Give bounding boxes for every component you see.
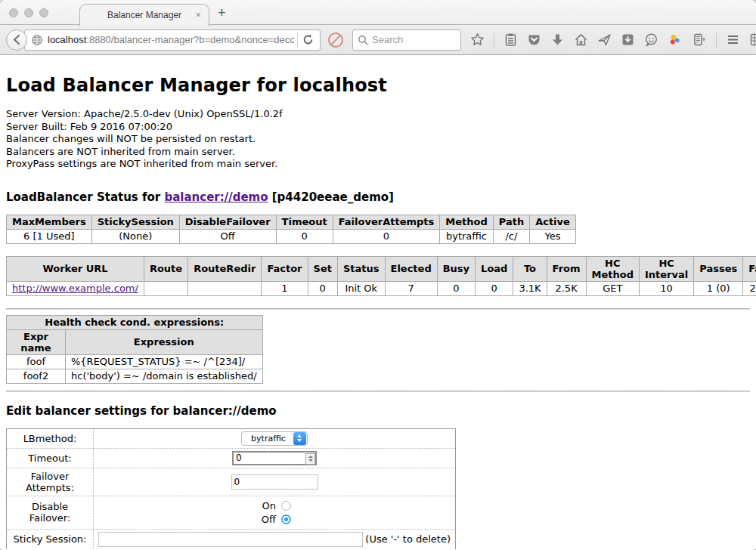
radio-off-checked[interactable] — [281, 514, 291, 524]
chevron-down-icon: ▼ — [701, 36, 707, 43]
cell-passes: 1 (0) — [694, 281, 743, 295]
radio-option-on[interactable]: On — [258, 500, 291, 511]
zoom-window-button[interactable] — [39, 8, 48, 17]
cell-factor: 1 — [262, 281, 308, 295]
section-divider — [6, 308, 750, 310]
col-to: To — [513, 256, 547, 281]
menu-hamburger-icon[interactable] — [726, 32, 740, 47]
col-fails: Fails — [743, 256, 756, 281]
col-factor: Factor — [262, 256, 308, 281]
url-domain: localhost — [48, 34, 86, 45]
reader-tools-group[interactable]: ▼ — [691, 32, 707, 47]
lbmethod-label: LBmethod: — [7, 429, 94, 448]
status-heading-suffix: [p4420eeae_demo] — [268, 190, 394, 204]
page-content: Load Balancer Manager for localhost Serv… — [0, 55, 756, 549]
cell-status: Init Ok — [337, 281, 385, 295]
downloads-icon[interactable] — [550, 32, 565, 47]
form-row-add-worker: Add New Worker: Are you sure? — [7, 549, 455, 550]
col-passes: Passes — [694, 256, 743, 281]
col-hc-interval: HC Interval — [639, 256, 693, 281]
sticky-session-label: Sticky Session: — [7, 529, 94, 549]
browser-window: Balancer Manager × + localhost:8880/bala… — [0, 0, 756, 550]
clipboard-icon[interactable] — [503, 32, 518, 47]
col-timeout: Timeout — [276, 215, 333, 229]
back-button[interactable] — [6, 29, 27, 51]
url-bar[interactable]: localhost:8880/balancer-manager?b=demo&n… — [24, 29, 321, 51]
form-row-sticky: Sticky Session: (Use '-' to delete) — [7, 529, 455, 549]
col-expression: Expression — [66, 329, 263, 354]
cell-fails: 2 (0) — [743, 281, 756, 295]
section-divider — [6, 391, 750, 392]
balancer-status-table: MaxMembers StickySession DisableFailover… — [6, 215, 576, 244]
col-active: Active — [530, 215, 576, 229]
cell-stickysession: (None) — [91, 229, 179, 243]
edit-balancer-form: LBmethod: bytraffic Timeout: — [6, 428, 456, 550]
traffic-lights — [9, 8, 48, 17]
health-check-table: Health check cond. expressions: Expr nam… — [6, 315, 263, 384]
toolbar-separator — [494, 32, 494, 48]
health-table-title: Health check cond. expressions: — [7, 315, 263, 329]
form-row-failover: Failover Attempts: — [7, 468, 455, 496]
server-built-line: Server Built: Feb 9 2016 07:00:20 — [6, 121, 750, 134]
search-input[interactable] — [372, 34, 456, 45]
balancers-notice-line: Balancers are NOT inherited from main se… — [6, 146, 750, 159]
globe-icon — [31, 34, 43, 46]
on-label: On — [258, 500, 276, 511]
colored-dots-icon[interactable] — [668, 32, 682, 47]
table-header-row: MaxMembers StickySession DisableFailover… — [7, 215, 576, 229]
server-info: Server Version: Apache/2.5.0-dev (Unix) … — [6, 108, 750, 171]
cell-expr-name: foof2 — [7, 369, 66, 383]
cell-set: 0 — [308, 281, 337, 295]
timeout-input[interactable] — [232, 451, 317, 465]
balancer-demo-link[interactable]: balancer://demo — [164, 190, 268, 204]
cell-load: 0 — [476, 281, 513, 295]
send-plane-icon[interactable] — [597, 32, 612, 47]
url-text[interactable]: localhost:8880/balancer-manager?b=demo&n… — [48, 34, 294, 45]
col-hc-method: HC Method — [586, 256, 639, 281]
close-window-button[interactable] — [9, 8, 18, 17]
tab-close-icon[interactable]: × — [195, 9, 201, 20]
home-icon[interactable] — [574, 32, 588, 47]
tab-balancer-manager[interactable]: Balancer Manager × — [79, 4, 209, 26]
chat-smiley-icon[interactable] — [644, 32, 658, 47]
timeout-stepper[interactable] — [232, 451, 317, 465]
cell-method: bytraffic — [440, 229, 493, 243]
form-row-timeout: Timeout: — [7, 448, 455, 468]
disable-failover-radios: On Off — [97, 499, 452, 527]
radio-on-unchecked[interactable] — [281, 501, 291, 511]
col-route: Route — [144, 256, 187, 281]
col-failoverattempts: FailoverAttempts — [333, 215, 440, 229]
worker-status-table: Worker URL Route RouteRedir Factor Set S… — [6, 256, 756, 296]
sticky-session-input[interactable] — [98, 532, 363, 547]
minimize-window-button[interactable] — [24, 8, 33, 17]
worker-url-link[interactable]: http://www.example.com/ — [12, 283, 138, 294]
search-bar[interactable] — [352, 29, 461, 51]
new-tab-button[interactable]: + — [218, 5, 226, 21]
col-set: Set — [308, 256, 337, 281]
bookmark-star-icon[interactable] — [470, 32, 485, 47]
col-method: Method — [440, 215, 493, 229]
tab-title: Balancer Manager — [107, 10, 181, 20]
failover-attempts-input[interactable] — [231, 474, 318, 490]
cell-elected: 7 — [385, 281, 437, 295]
reload-icon[interactable] — [301, 32, 315, 47]
timeout-label: Timeout: — [7, 448, 94, 468]
number-spinner-icon[interactable] — [305, 453, 315, 465]
col-routeredir: RouteRedir — [188, 256, 262, 281]
navigation-toolbar: localhost:8880/balancer-manager?b=demo&n… — [0, 25, 756, 55]
lbmethod-select[interactable]: bytraffic — [241, 431, 308, 446]
col-worker-url: Worker URL — [7, 256, 144, 281]
failover-attempts-label: Failover Attempts: — [7, 468, 94, 496]
cell-active: Yes — [530, 229, 576, 243]
tab-grid-icon[interactable] — [749, 32, 756, 47]
cell-route — [144, 281, 187, 295]
radio-option-off[interactable]: Off — [258, 514, 291, 525]
table-header-row: Expr name Expression — [7, 329, 263, 354]
save-to-device-icon[interactable] — [621, 32, 635, 47]
server-version-line: Server Version: Apache/2.5.0-dev (Unix) … — [6, 108, 750, 121]
select-stepper-icon — [293, 432, 306, 445]
cell-hc-method: GET — [586, 281, 639, 295]
blocked-content-icon[interactable] — [328, 32, 343, 48]
pocket-icon[interactable] — [527, 32, 541, 47]
expr-row: foof2 hc('body') =~ /domain is establish… — [7, 369, 263, 383]
